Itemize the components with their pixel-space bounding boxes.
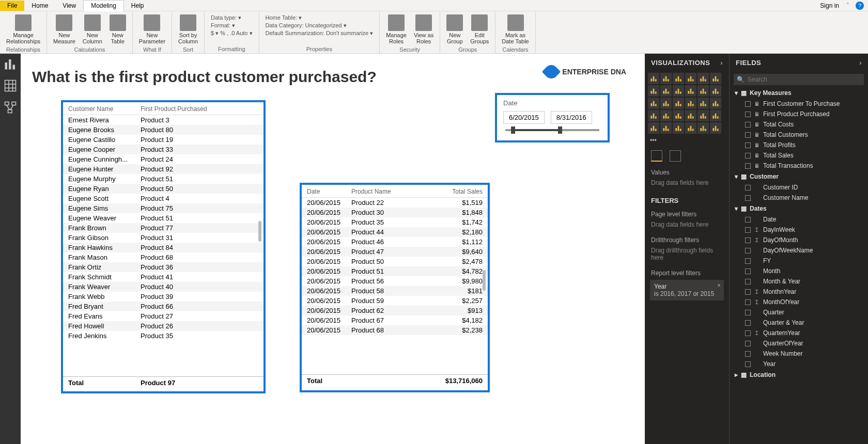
table-row[interactable]: Eugene HunterProduct 92 bbox=[63, 164, 264, 174]
field-checkbox[interactable] bbox=[745, 101, 751, 107]
field-item[interactable]: Month & Year bbox=[730, 276, 868, 287]
fields-search[interactable]: 🔍 bbox=[734, 74, 864, 85]
field-item[interactable]: 🖩Total Sales bbox=[730, 150, 868, 161]
field-item[interactable]: ΣDayInWeek bbox=[730, 225, 868, 235]
field-item[interactable]: Week Number bbox=[730, 348, 868, 359]
viz-type-icon[interactable] bbox=[710, 85, 721, 97]
table-row[interactable]: Eugene MurphyProduct 51 bbox=[63, 174, 264, 184]
table-row[interactable]: Eugene CastilloProduct 19 bbox=[63, 135, 264, 145]
field-item[interactable]: 🖩Total Customers bbox=[730, 130, 868, 140]
page-filters-dropzone[interactable]: Drag data fields here bbox=[645, 219, 729, 233]
viz-type-icon[interactable] bbox=[710, 98, 721, 109]
field-checkbox[interactable] bbox=[745, 217, 751, 223]
scrollbar[interactable] bbox=[257, 118, 262, 376]
field-checkbox[interactable] bbox=[745, 361, 751, 367]
field-item[interactable]: 🖩First Customer To Purchase bbox=[730, 99, 868, 109]
viz-type-icon[interactable] bbox=[698, 73, 709, 84]
column-header[interactable]: Customer Name bbox=[68, 105, 141, 113]
values-dropzone[interactable]: Drag data fields here bbox=[645, 177, 729, 192]
field-item[interactable]: Quarter bbox=[730, 307, 868, 318]
field-checkbox[interactable] bbox=[745, 320, 751, 326]
table-row[interactable]: 20/06/2015Product 68$2,238 bbox=[302, 325, 488, 335]
data-type-dropdown[interactable]: Data type: ▾ bbox=[211, 14, 253, 21]
viz-type-icon[interactable] bbox=[698, 85, 709, 97]
table-row[interactable]: Frank WebbProduct 39 bbox=[63, 292, 264, 302]
field-table[interactable]: ▾ ▦ Dates bbox=[730, 203, 868, 214]
viz-type-icon[interactable] bbox=[685, 73, 696, 84]
viz-type-icon[interactable] bbox=[685, 98, 696, 109]
table-row[interactable]: Eugene BrooksProduct 80 bbox=[63, 125, 264, 135]
viz-type-icon[interactable] bbox=[673, 73, 684, 84]
data-view-icon[interactable] bbox=[4, 80, 17, 92]
chevron-icon[interactable]: ˄ bbox=[844, 2, 851, 9]
table-row[interactable]: 20/06/2015Product 44$2,180 bbox=[302, 227, 488, 237]
viz-type-icon[interactable] bbox=[685, 85, 696, 97]
viz-type-icon[interactable] bbox=[660, 85, 672, 97]
remove-filter-icon[interactable]: × bbox=[717, 282, 721, 289]
table-row[interactable]: Frank SchmidtProduct 41 bbox=[63, 272, 264, 282]
table-row[interactable]: Frank HawkinsProduct 84 bbox=[63, 243, 264, 252]
field-checkbox[interactable] bbox=[745, 237, 751, 243]
viz-type-icon[interactable] bbox=[660, 73, 672, 84]
table-row[interactable]: Frank MasonProduct 68 bbox=[63, 252, 264, 262]
new-column-button[interactable]: NewColumn bbox=[81, 13, 104, 45]
viz-more-icon[interactable]: ••• bbox=[645, 135, 729, 146]
table-row[interactable]: Fred BryantProduct 66 bbox=[63, 302, 264, 311]
field-item[interactable]: ΣDayOfMonth bbox=[730, 235, 868, 245]
field-checkbox[interactable] bbox=[745, 310, 751, 315]
field-item[interactable]: ΣMonthOfYear bbox=[730, 297, 868, 307]
field-item[interactable]: Date bbox=[730, 214, 868, 225]
table-row[interactable]: 20/06/2015Product 22$1,519 bbox=[302, 198, 488, 208]
field-item[interactable]: FY bbox=[730, 256, 868, 266]
table-row[interactable]: 20/06/2015Product 47$9,640 bbox=[302, 247, 488, 257]
field-checkbox[interactable] bbox=[745, 351, 751, 357]
slicer-handle-left[interactable] bbox=[511, 126, 515, 134]
slicer-from-date[interactable]: 6/20/2015 bbox=[503, 111, 545, 124]
home-table-dropdown[interactable]: Home Table: ▾ bbox=[266, 14, 374, 21]
field-checkbox[interactable] bbox=[745, 268, 751, 274]
field-checkbox[interactable] bbox=[745, 195, 751, 201]
field-item[interactable]: ΣQuarternYear bbox=[730, 328, 868, 338]
table-row[interactable]: 20/06/2015Product 58$181 bbox=[302, 286, 488, 296]
field-item[interactable]: Customer ID bbox=[730, 182, 868, 193]
new-parameter-button[interactable]: NewParameter bbox=[137, 13, 167, 45]
edit-groups-button[interactable]: EditGroups bbox=[468, 13, 491, 45]
field-checkbox[interactable] bbox=[745, 330, 751, 336]
table-row[interactable]: 20/06/2015Product 67$4,182 bbox=[302, 315, 488, 325]
table-row[interactable]: 20/06/2015Product 46$1,112 bbox=[302, 237, 488, 247]
tab-view[interactable]: View bbox=[55, 1, 83, 11]
table-row[interactable]: 20/06/2015Product 35$1,742 bbox=[302, 217, 488, 227]
viz-type-icon[interactable] bbox=[648, 98, 659, 109]
column-header[interactable]: Total Sales bbox=[403, 188, 483, 195]
viz-type-icon[interactable] bbox=[673, 110, 684, 121]
table-row[interactable]: Eugene CooperProduct 33 bbox=[63, 145, 264, 154]
table-row[interactable]: Frank BrownProduct 77 bbox=[63, 223, 264, 233]
sort-by-column-button[interactable]: Sort byColumn bbox=[176, 13, 200, 45]
table-row[interactable]: Frank OrtizProduct 36 bbox=[63, 262, 264, 272]
table-row[interactable]: Eugene WeaverProduct 51 bbox=[63, 213, 264, 223]
manage-roles-button[interactable]: ManageRoles bbox=[384, 13, 409, 45]
viz-type-icon[interactable] bbox=[698, 98, 709, 109]
field-checkbox[interactable] bbox=[745, 153, 751, 158]
field-item[interactable]: QuarterOfYear bbox=[730, 338, 868, 348]
table-row[interactable]: 20/06/2015Product 62$913 bbox=[302, 306, 488, 315]
fields-search-input[interactable] bbox=[748, 76, 861, 83]
table-row[interactable]: Fred EvansProduct 27 bbox=[63, 311, 264, 321]
field-checkbox[interactable] bbox=[745, 299, 751, 305]
viz-type-icon[interactable] bbox=[660, 98, 672, 109]
column-header[interactable]: Date bbox=[307, 188, 351, 195]
date-slicer[interactable]: Date 6/20/2015 8/31/2016 bbox=[495, 93, 610, 142]
collapse-fields-icon[interactable]: › bbox=[859, 59, 862, 67]
field-checkbox[interactable] bbox=[745, 163, 751, 169]
format-pane-tool[interactable] bbox=[670, 150, 681, 162]
field-item[interactable]: Year bbox=[730, 359, 868, 369]
viz-type-icon[interactable] bbox=[648, 85, 659, 97]
viz-type-icon[interactable] bbox=[710, 122, 721, 134]
slicer-track[interactable] bbox=[505, 129, 599, 131]
table-row[interactable]: 20/06/2015Product 51$4,782 bbox=[302, 266, 488, 276]
field-checkbox[interactable] bbox=[745, 185, 751, 191]
viz-type-icon[interactable] bbox=[698, 110, 709, 121]
field-table[interactable]: ▾ ▦ Customer bbox=[730, 171, 868, 182]
field-item[interactable]: 🖩Total Costs bbox=[730, 119, 868, 130]
mark-date-table-button[interactable]: Mark asDate Table bbox=[500, 13, 531, 45]
